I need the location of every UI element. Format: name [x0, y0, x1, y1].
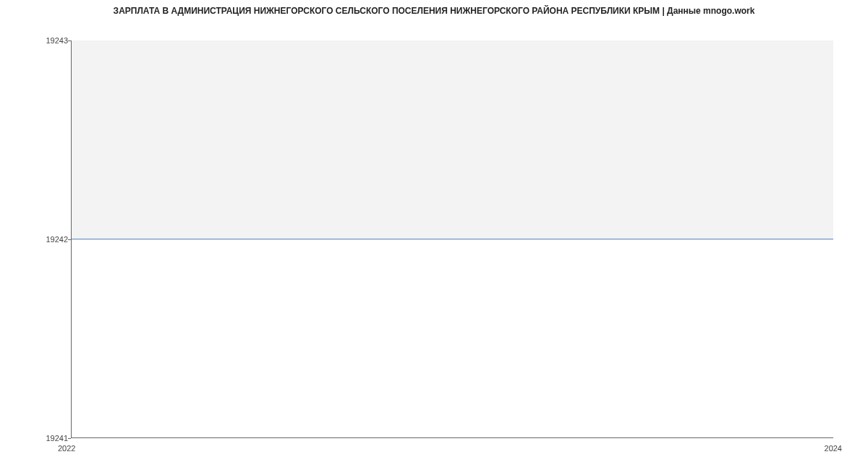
data-line	[72, 239, 833, 240]
y-tick-mark	[68, 40, 71, 41]
y-axis-tick-label: 19243	[32, 36, 68, 45]
chart-container: 19243 19242 19241 2022 2024	[0, 19, 868, 460]
plot-background-upper	[72, 40, 833, 239]
chart-title: ЗАРПЛАТА В АДМИНИСТРАЦИЯ НИЖНЕГОРСКОГО С…	[0, 0, 868, 19]
y-axis-tick-label: 19242	[32, 235, 68, 244]
plot-background-lower	[72, 239, 833, 438]
y-axis-tick-label: 19241	[32, 434, 68, 443]
plot-area	[71, 40, 833, 438]
x-axis-tick-label: 2022	[58, 444, 75, 453]
x-axis-tick-label: 2024	[825, 444, 842, 453]
y-tick-mark	[68, 438, 71, 439]
y-tick-mark	[68, 239, 71, 240]
